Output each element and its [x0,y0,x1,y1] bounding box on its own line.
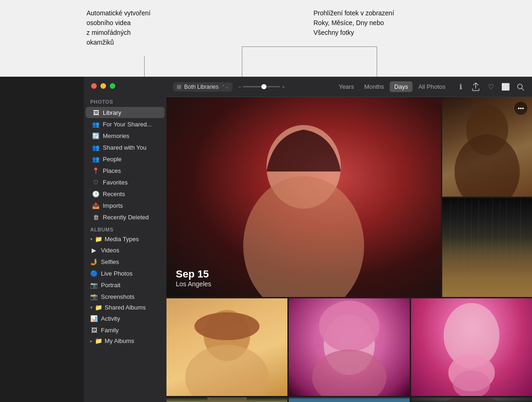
zoom-slider-thumb [261,84,266,89]
info-button[interactable]: ℹ [456,82,466,92]
library-picker-chevron: ⌃⌄ [221,84,229,89]
zoom-out-button[interactable]: − [238,84,241,90]
favorites-icon: ♡ [92,178,100,186]
photo-mid-1[interactable] [166,298,287,396]
toolbar-actions: ℹ ♡ ⬜ [456,82,525,92]
toolbar: ⊞ Both Libraries ⌃⌄ − + Years Months Day… [166,77,532,97]
sidebar-item-places[interactable]: 📍 Places [86,165,165,176]
sidebar-item-label-library: Library [103,109,121,116]
places-icon: 📍 [92,167,100,174]
sidebar-item-library[interactable]: 🖼 Library [86,107,165,118]
activity-icon: 📊 [90,315,98,322]
selfies-icon: 🤳 [90,258,98,265]
sidebar-item-label-media-types: Media Types [105,236,139,243]
tab-all-photos[interactable]: All Photos [413,81,450,92]
minimize-button[interactable] [100,83,106,89]
sidebar-item-activity[interactable]: 📊 Activity [86,313,165,324]
recently-deleted-icon: 🗑 [92,213,100,221]
sidebar-item-label-recents: Recents [103,191,125,198]
photo-location: Los Angeles [176,280,211,288]
sidebar-item-recents[interactable]: 🕐 Recents [86,188,165,199]
sidebar-item-label-recently-deleted: Recently Deleted [103,214,149,221]
sidebar-group-shared-albums[interactable]: ▾ 📁 Shared Albums [84,303,166,312]
library-picker-label: Both Libraries [184,84,219,90]
photo-date: Sep 15 [176,268,211,280]
sidebar-item-label-people: People [103,156,121,163]
chevron-down-icon-2: ▾ [90,305,93,310]
sidebar-item-label-shared-albums: Shared Albums [105,304,146,311]
sidebar-item-live-photos[interactable]: 🔵 Live Photos [86,268,165,279]
chevron-down-icon: ▾ [90,237,93,242]
sidebar-section-photos: Photos [84,95,166,106]
library-icon: 🖼 [92,109,100,116]
sidebar-item-portrait[interactable]: 📷 Portrait [86,279,165,290]
sidebar-item-memories[interactable]: 🔄 Memories [86,130,165,141]
sidebar-item-family[interactable]: 🖼 Family [86,324,165,336]
svg-point-29 [435,397,509,402]
library-picker[interactable]: ⊞ Both Libraries ⌃⌄ [173,82,233,92]
close-button[interactable] [91,83,97,89]
sidebar-section-albums: Albums [84,223,166,234]
videos-icon: ▶ [90,246,98,254]
zoom-slider[interactable] [243,86,280,87]
svg-point-27 [195,397,259,402]
photo-mid-2[interactable] [289,298,410,396]
sidebar-item-label-fys: For Your Shared... [103,121,152,128]
recents-icon: 🕐 [92,190,100,198]
tab-years[interactable]: Years [334,81,359,92]
sidebar-item-label-live-photos: Live Photos [101,270,133,277]
sidebar-item-for-your-shared[interactable]: 👥 For Your Shared... [86,119,165,130]
sidebar-item-selfies[interactable]: 🤳 Selfies [86,256,165,267]
svg-point-19 [185,345,269,396]
sidebar-item-label-screenshots: Screenshots [101,293,134,300]
maximize-button[interactable] [110,83,115,89]
tab-days[interactable]: Days [390,81,413,92]
view-tabs: Years Months Days All Photos [334,81,450,92]
sidebar-item-label-selfies: Selfies [101,258,119,265]
sidebar-group-media-types[interactable]: ▾ 📁 Media Types [84,234,166,244]
sidebar-item-label-memories: Memories [103,132,129,139]
sidebar-item-videos[interactable]: ▶ Videos [86,244,165,256]
sidebar-item-recently-deleted[interactable]: 🗑 Recently Deleted [86,211,165,223]
svg-point-18 [194,312,259,340]
share-button[interactable] [471,82,481,92]
live-photos-icon: 🔵 [90,270,98,277]
people-icon: 👥 [92,155,100,163]
zoom-slider-area: − + [238,84,328,90]
photo-right-bottom[interactable] [442,198,532,297]
sidebar-item-label-places: Places [103,167,121,174]
tooltip-arrow-left [144,56,145,77]
sidebar-group-my-albums[interactable]: ▸ 📁 My Albums [84,336,166,346]
sidebar-item-favorites[interactable]: ♡ Favorites [86,177,165,188]
family-icon: 🖼 [90,326,98,334]
sidebar-item-people[interactable]: 👥 People [86,153,165,165]
photo-main[interactable]: Sep 15 Los Angeles [166,97,441,297]
photo-bot-2[interactable] [289,397,410,402]
tooltip-left: Automatické vytvoření osobního videa z m… [86,8,151,47]
sidebar-item-screenshots[interactable]: 📸 Screenshots [86,291,165,302]
media-types-icon: 📁 [95,236,102,243]
photo-bot-1[interactable] [166,397,287,402]
shared-icon: 👥 [92,120,100,128]
sidebar-item-label-portrait: Portrait [101,282,120,289]
photo-right-top[interactable]: ••• [442,97,532,197]
photo-content: Sep 15 Los Angeles ••• [166,97,532,402]
svg-line-1 [522,88,524,90]
search-button[interactable] [515,82,525,92]
photo-bot-3[interactable] [411,397,532,402]
sidebar-item-shared-with-you[interactable]: 👥 Shared with You [86,142,165,153]
sidebar: Photos 🖼 Library 👥 For Your Shared... 🔄 … [84,77,166,402]
zoom-in-button[interactable]: + [282,84,285,90]
copy-button[interactable]: ⬜ [500,82,511,92]
sidebar-item-imports[interactable]: 📥 Imports [86,200,165,211]
portrait-icon: 📷 [90,281,98,289]
library-picker-icon: ⊞ [177,84,181,90]
my-albums-icon: 📁 [95,337,102,344]
tab-months[interactable]: Months [359,81,389,92]
chevron-right-icon: ▸ [90,338,93,343]
favorite-button[interactable]: ♡ [485,82,496,92]
more-menu-button[interactable]: ••• [514,102,527,115]
sidebar-item-label-videos: Videos [101,247,120,254]
sidebar-item-label-swy: Shared with You [103,144,146,151]
photo-mid-3[interactable] [411,298,532,396]
